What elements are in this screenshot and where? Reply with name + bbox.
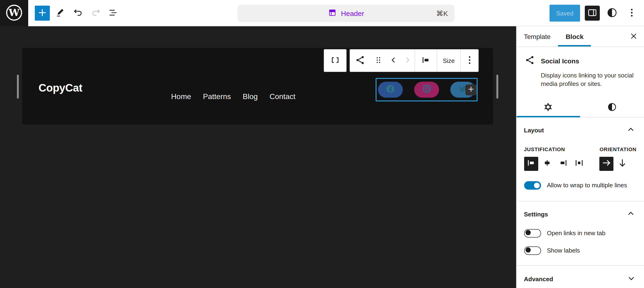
block-appender-button[interactable] — [465, 85, 477, 95]
chevron-up-icon — [626, 208, 636, 220]
orientation-vertical-button[interactable] — [616, 156, 630, 171]
move-right-button[interactable] — [400, 49, 414, 72]
settings-sidebar: Template Block Social Icons Display icon… — [516, 26, 644, 288]
social-icons-block-icon — [524, 54, 535, 68]
justify-left-icon — [420, 54, 432, 67]
chevron-left-icon — [388, 55, 398, 66]
saved-button[interactable]: Saved — [550, 5, 580, 22]
tab-block[interactable]: Block — [558, 26, 591, 46]
list-view-icon — [108, 7, 120, 19]
orientation-label: ORIENTATION — [600, 146, 636, 152]
close-icon — [628, 31, 639, 42]
justify-left-icon — [525, 157, 536, 170]
show-labels-toggle[interactable] — [524, 246, 541, 255]
command-center-label: Header — [341, 9, 364, 17]
advanced-panel[interactable]: Advanced — [516, 265, 644, 288]
row-block-icon — [330, 54, 341, 67]
arrow-right-icon — [601, 157, 612, 170]
toggle-knob — [526, 248, 531, 253]
nav-item-home[interactable]: Home — [171, 93, 191, 101]
redo-icon — [90, 7, 102, 19]
canvas-resize-handle-right[interactable] — [496, 75, 498, 99]
tab-template[interactable]: Template — [516, 26, 558, 46]
move-left-button[interactable] — [386, 49, 400, 72]
justify-right-button[interactable] — [556, 156, 570, 171]
orientation-horizontal-button[interactable] — [600, 156, 614, 171]
size-button[interactable]: Size — [437, 49, 460, 72]
sidebar-tabs: Template Block — [516, 26, 644, 47]
site-title[interactable]: CopyCat — [38, 82, 82, 94]
chevron-up-icon — [626, 124, 636, 136]
tools-button[interactable] — [53, 6, 68, 21]
chevron-right-icon — [402, 55, 413, 66]
undo-button[interactable] — [70, 6, 86, 21]
facebook-icon — [384, 82, 397, 97]
site-editor: W Header ⌘K — [0, 0, 644, 288]
block-toolbar-main: Size — [350, 49, 479, 72]
nav-item-blog[interactable]: Blog — [243, 93, 258, 101]
plus-icon — [37, 7, 48, 19]
block-inserter-button[interactable] — [35, 6, 50, 21]
collapse-settings-button[interactable] — [625, 209, 636, 220]
open-links-toggle[interactable] — [524, 229, 541, 237]
options-menu-button[interactable] — [624, 6, 639, 21]
justification-button[interactable] — [415, 49, 437, 72]
gear-icon — [543, 101, 554, 114]
top-bar-actions: Saved — [550, 5, 639, 22]
orientation-control: ORIENTATION — [600, 146, 636, 171]
command-shortcut: ⌘K — [436, 9, 448, 18]
collapse-layout-button[interactable] — [625, 125, 636, 136]
justify-right-icon — [557, 157, 568, 170]
plus-icon — [467, 85, 475, 94]
block-toolbar: Size — [324, 49, 479, 72]
justify-center-icon — [541, 157, 552, 170]
block-title: Social Icons — [541, 57, 579, 65]
nav-item-contact[interactable]: Contact — [270, 93, 296, 101]
redo-button[interactable] — [88, 6, 104, 21]
editor-top-bar: W Header ⌘K — [0, 0, 644, 26]
justify-space-between-icon — [573, 157, 584, 170]
toggle-knob — [526, 230, 531, 235]
block-info-card: Social Icons Display icons linking to yo… — [516, 47, 644, 98]
close-sidebar-button[interactable] — [628, 31, 639, 42]
drag-dots-icon — [374, 55, 383, 66]
undo-icon — [72, 7, 84, 19]
ellipsis-vertical-icon — [626, 7, 638, 19]
nav-item-patterns[interactable]: Patterns — [203, 93, 231, 101]
styles-button[interactable] — [604, 6, 620, 21]
sidebar-panel-icon — [587, 7, 598, 19]
open-links-label: Open links in new tab — [547, 230, 606, 237]
document-tools — [35, 0, 121, 26]
wrap-toggle[interactable] — [524, 181, 541, 189]
chevron-down-icon — [626, 273, 636, 285]
justification-label: JUSTIFICATION — [524, 146, 586, 152]
styles-half-circle-icon — [606, 6, 618, 20]
header-template-icon — [328, 8, 337, 19]
block-options-button[interactable] — [461, 49, 479, 72]
advanced-panel-title: Advanced — [524, 276, 553, 283]
instagram-social-link[interactable] — [414, 82, 439, 98]
settings-panel-title: Settings — [524, 211, 548, 218]
pencil-icon — [54, 7, 66, 19]
drag-handle[interactable] — [370, 49, 386, 72]
settings-sidebar-toggle[interactable] — [585, 6, 600, 21]
editor-canvas: CopyCat Home Patterns Blog Contact — [0, 26, 516, 288]
social-icons-block-icon — [354, 54, 366, 67]
facebook-social-link[interactable] — [378, 82, 403, 98]
tab-settings[interactable] — [516, 98, 580, 117]
navigation-menu: Home Patterns Blog Contact — [171, 93, 296, 101]
layout-panel-title: Layout — [524, 127, 544, 134]
justify-left-button[interactable] — [524, 156, 538, 171]
list-view-button[interactable] — [106, 6, 121, 21]
wordpress-logo-button[interactable]: W — [0, 0, 28, 26]
justify-center-button[interactable] — [540, 156, 554, 171]
toggle-knob — [534, 182, 540, 188]
tab-styles[interactable] — [580, 98, 644, 117]
svg-text:W: W — [8, 6, 20, 18]
canvas-resize-handle-left[interactable] — [17, 75, 19, 99]
block-type-button[interactable] — [350, 49, 370, 72]
social-icons-block-selected[interactable] — [376, 78, 478, 101]
command-center-button[interactable]: Header ⌘K — [238, 5, 454, 22]
select-parent-row-button[interactable] — [324, 49, 346, 72]
justify-space-between-button[interactable] — [572, 156, 586, 171]
